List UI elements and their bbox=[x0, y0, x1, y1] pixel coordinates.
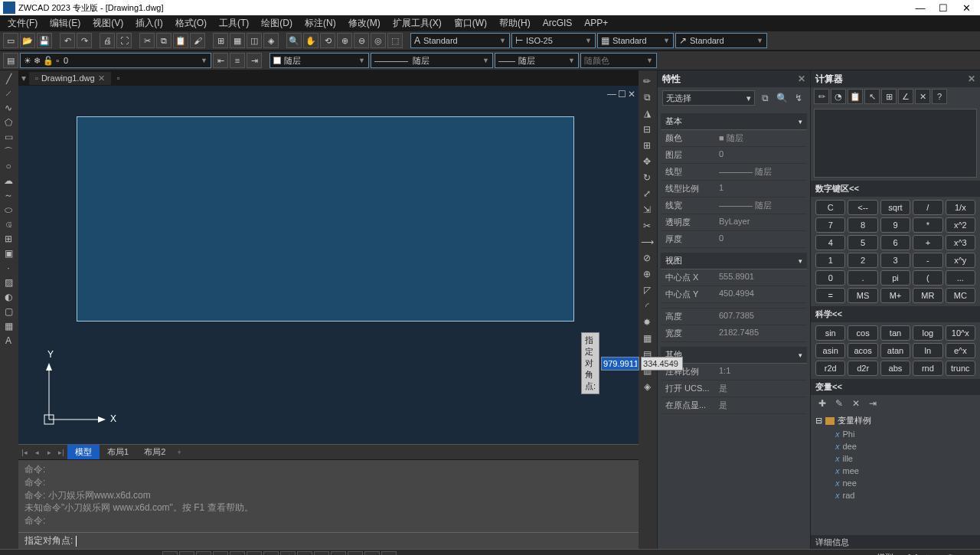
sci-key[interactable]: e^x bbox=[946, 343, 975, 358]
calc-key[interactable]: 2 bbox=[848, 253, 877, 268]
calc-key[interactable]: sqrt bbox=[880, 200, 910, 215]
mtext-icon[interactable]: A bbox=[0, 334, 17, 348]
calc-key[interactable]: - bbox=[913, 253, 942, 268]
tab-last-icon[interactable]: ▸| bbox=[55, 449, 67, 456]
toggle-pick-icon[interactable]: ↯ bbox=[792, 91, 805, 105]
offset-icon[interactable]: ⊟ bbox=[639, 122, 655, 137]
var-del-icon[interactable]: ✕ bbox=[849, 397, 863, 410]
scientific-section-header[interactable]: 科学<< bbox=[811, 306, 980, 322]
grid-toggle[interactable]: ⊞ bbox=[162, 551, 178, 556]
chamfer-icon[interactable]: ◸ bbox=[639, 282, 655, 298]
menu-item[interactable]: ArcGIS bbox=[538, 16, 577, 30]
sci-key[interactable]: r2d bbox=[815, 361, 845, 376]
calc-key[interactable]: 0 bbox=[815, 270, 845, 286]
variable-item[interactable]: xdee bbox=[815, 440, 975, 452]
linetype-dropdown[interactable]: ————随层▼ bbox=[371, 53, 493, 68]
menu-item[interactable]: 视图(V) bbox=[88, 15, 128, 31]
calc-units-icon[interactable]: ⊞ bbox=[881, 89, 897, 104]
new-icon[interactable]: ▭ bbox=[3, 33, 18, 48]
variable-item[interactable]: xnee bbox=[815, 477, 975, 489]
calc-key[interactable]: M+ bbox=[880, 288, 910, 303]
tool-i-icon[interactable]: ⬚ bbox=[387, 33, 403, 48]
erase-icon[interactable]: ✏ bbox=[639, 73, 655, 89]
calc-key[interactable]: C bbox=[815, 200, 845, 215]
layer-prev-icon[interactable]: ⇤ bbox=[213, 53, 228, 68]
break-icon[interactable]: ⊘ bbox=[639, 250, 655, 266]
table-icon[interactable]: ▦ bbox=[0, 319, 17, 333]
sci-key[interactable]: abs bbox=[880, 361, 910, 376]
menu-item[interactable]: 绘图(D) bbox=[256, 15, 297, 31]
property-row[interactable]: 透明度ByLayer bbox=[661, 214, 807, 231]
menu-item[interactable]: 编辑(E) bbox=[45, 15, 85, 31]
trim-icon[interactable]: ✂ bbox=[639, 218, 655, 233]
calc-key[interactable]: MR bbox=[913, 288, 942, 303]
pline-icon[interactable]: ∿ bbox=[0, 101, 17, 115]
var-edit-icon[interactable]: ✎ bbox=[832, 397, 846, 410]
calc-key[interactable]: x^2 bbox=[946, 217, 975, 233]
osnap-toggle[interactable]: ◻ bbox=[247, 551, 262, 556]
block-icon[interactable]: ▣ bbox=[0, 246, 17, 260]
3dosnap-toggle[interactable]: ◈ bbox=[263, 551, 279, 556]
var-root-node[interactable]: ⊟变量样例 bbox=[815, 413, 975, 428]
text-style-dropdown[interactable]: AStandard▼ bbox=[410, 33, 510, 48]
sci-key[interactable]: d2r bbox=[848, 361, 877, 376]
ellarc-icon[interactable]: ⟃ bbox=[0, 217, 17, 231]
insert-icon[interactable]: ⊞ bbox=[0, 232, 17, 246]
rotate-icon[interactable]: ↻ bbox=[639, 170, 655, 185]
tool-h-icon[interactable]: ◎ bbox=[371, 33, 386, 48]
command-input[interactable]: 指定对角点: bbox=[18, 532, 639, 549]
calc-key[interactable]: pi bbox=[880, 270, 910, 286]
canvas-min-icon[interactable]: — bbox=[607, 89, 616, 100]
join-icon[interactable]: ⊕ bbox=[639, 266, 655, 282]
layout-tab[interactable]: 布局1 bbox=[100, 445, 136, 459]
circle-icon[interactable]: ○ bbox=[0, 159, 17, 173]
qp-toggle[interactable]: ▤ bbox=[381, 551, 397, 556]
tab-add-icon[interactable]: + bbox=[173, 449, 185, 456]
canvas-close-icon[interactable]: ✕ bbox=[628, 89, 635, 100]
property-row[interactable]: 线宽———— 随层 bbox=[661, 198, 807, 214]
new-tab-button[interactable]: ▫ bbox=[111, 73, 126, 83]
calc-key[interactable]: <-- bbox=[848, 200, 877, 215]
property-row[interactable]: 高度607.7385 bbox=[661, 309, 807, 325]
var-send-icon[interactable]: ⇥ bbox=[866, 397, 880, 410]
calc-key[interactable]: 6 bbox=[880, 235, 910, 250]
calc-key[interactable]: MC bbox=[946, 288, 975, 303]
calc-paste-icon[interactable]: 📋 bbox=[848, 89, 863, 104]
mleader-style-dropdown[interactable]: ↗Standard▼ bbox=[675, 33, 767, 48]
sci-key[interactable]: 10^x bbox=[946, 325, 975, 341]
layer-iso-icon[interactable]: ≡ bbox=[230, 53, 245, 68]
calc-key[interactable]: ... bbox=[946, 270, 975, 286]
model-space-label[interactable]: ◫ 模型 bbox=[867, 552, 893, 555]
property-row[interactable]: 颜色■ 随层 bbox=[661, 130, 807, 147]
calc-key[interactable]: 5 bbox=[848, 235, 877, 250]
hatch-icon[interactable]: ▨ bbox=[0, 276, 17, 289]
plotstyle-dropdown[interactable]: 随颜色▼ bbox=[580, 53, 657, 68]
sci-key[interactable]: trunc bbox=[946, 361, 975, 376]
tab-prev-icon[interactable]: ◂ bbox=[31, 449, 43, 456]
calc-hist-icon[interactable]: ◔ bbox=[831, 89, 846, 104]
tab-close-icon[interactable]: ✕ bbox=[98, 73, 105, 83]
ortho-toggle[interactable]: ⊏ bbox=[213, 551, 228, 556]
snap-toggle[interactable]: ▦ bbox=[179, 551, 194, 556]
arc-icon[interactable]: ⌒ bbox=[0, 145, 17, 158]
calc-key[interactable]: 8 bbox=[848, 217, 877, 233]
stretch-icon[interactable]: ⇲ bbox=[639, 202, 655, 217]
copy-icon[interactable]: ⧉ bbox=[156, 33, 172, 48]
tool-c-icon[interactable]: ◫ bbox=[247, 33, 262, 48]
calc-key[interactable]: . bbox=[848, 270, 877, 286]
layer-walk-icon[interactable]: ⇥ bbox=[247, 53, 262, 68]
cycle-toggle[interactable]: ◉ bbox=[364, 551, 380, 556]
variable-item[interactable]: xPhi bbox=[815, 428, 975, 440]
calc-key[interactable]: 4 bbox=[815, 235, 845, 250]
minimize-button[interactable]: — bbox=[910, 1, 931, 15]
tool-a-icon[interactable]: ⊞ bbox=[213, 33, 228, 48]
tab-first-icon[interactable]: |◂ bbox=[18, 449, 31, 456]
tool-f-icon[interactable]: ⊕ bbox=[337, 33, 352, 48]
lwt-toggle[interactable]: ≡ bbox=[331, 551, 346, 556]
line-icon[interactable]: ╱ bbox=[0, 72, 17, 86]
ducs-toggle[interactable]: ⊞ bbox=[297, 551, 312, 556]
menu-item[interactable]: 窗口(W) bbox=[449, 15, 492, 31]
menu-item[interactable]: 修改(M) bbox=[344, 15, 385, 31]
region-icon[interactable]: ▢ bbox=[0, 305, 17, 318]
select-obj-icon[interactable]: 🔍 bbox=[775, 91, 789, 105]
